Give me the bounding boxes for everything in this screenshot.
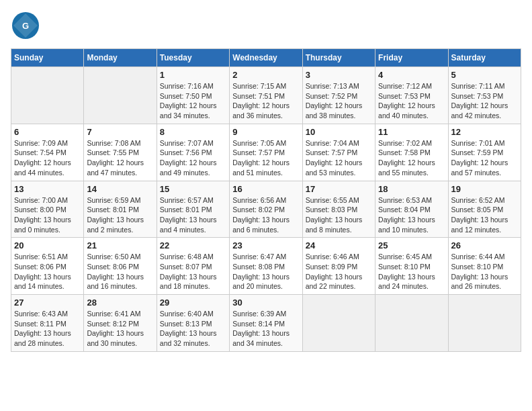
calendar-cell: 17Sunrise: 6:55 AM Sunset: 8:03 PM Dayli…	[302, 181, 375, 238]
calendar-cell: 10Sunrise: 7:04 AM Sunset: 7:57 PM Dayli…	[302, 124, 375, 181]
calendar-cell: 8Sunrise: 7:07 AM Sunset: 7:56 PM Daylig…	[157, 124, 229, 181]
day-number: 30	[232, 298, 299, 308]
svg-text:G: G	[22, 21, 29, 31]
calendar-cell: 2Sunrise: 7:15 AM Sunset: 7:51 PM Daylig…	[230, 67, 302, 124]
day-info: Sunrise: 6:59 AM Sunset: 8:01 PM Dayligh…	[87, 195, 153, 235]
day-number: 17	[306, 184, 372, 194]
calendar-cell: 3Sunrise: 7:13 AM Sunset: 7:52 PM Daylig…	[302, 67, 375, 124]
day-header-monday: Monday	[84, 49, 157, 67]
calendar-cell	[375, 295, 448, 352]
day-number: 13	[14, 184, 81, 194]
day-info: Sunrise: 7:07 AM Sunset: 7:56 PM Dayligh…	[160, 138, 226, 178]
day-number: 9	[232, 127, 299, 137]
day-info: Sunrise: 6:56 AM Sunset: 8:02 PM Dayligh…	[232, 195, 299, 235]
day-number: 1	[160, 70, 226, 80]
day-number: 29	[160, 298, 226, 308]
calendar-cell	[302, 295, 375, 352]
calendar-cell: 6Sunrise: 7:09 AM Sunset: 7:54 PM Daylig…	[11, 124, 84, 181]
day-info: Sunrise: 7:00 AM Sunset: 8:00 PM Dayligh…	[14, 195, 81, 235]
day-info: Sunrise: 6:44 AM Sunset: 8:10 PM Dayligh…	[451, 252, 518, 291]
day-info: Sunrise: 6:48 AM Sunset: 8:07 PM Dayligh…	[160, 252, 226, 291]
logo: G	[11, 11, 42, 40]
day-number: 27	[14, 298, 81, 308]
day-info: Sunrise: 6:53 AM Sunset: 8:04 PM Dayligh…	[378, 195, 445, 235]
day-header-sunday: Sunday	[11, 49, 84, 67]
calendar-week-row: 13Sunrise: 7:00 AM Sunset: 8:00 PM Dayli…	[11, 181, 521, 238]
day-info: Sunrise: 6:41 AM Sunset: 8:12 PM Dayligh…	[87, 309, 153, 349]
day-number: 20	[14, 240, 81, 250]
calendar-week-row: 1Sunrise: 7:16 AM Sunset: 7:50 PM Daylig…	[11, 67, 521, 124]
day-number: 4	[378, 70, 445, 80]
calendar-cell: 11Sunrise: 7:02 AM Sunset: 7:58 PM Dayli…	[375, 124, 448, 181]
day-info: Sunrise: 7:02 AM Sunset: 7:58 PM Dayligh…	[378, 138, 445, 178]
day-number: 15	[160, 184, 226, 194]
day-info: Sunrise: 6:47 AM Sunset: 8:08 PM Dayligh…	[232, 252, 299, 291]
calendar-table: SundayMondayTuesdayWednesdayThursdayFrid…	[11, 48, 521, 352]
day-number: 10	[306, 127, 372, 137]
calendar-cell: 5Sunrise: 7:11 AM Sunset: 7:53 PM Daylig…	[448, 67, 521, 124]
day-info: Sunrise: 6:39 AM Sunset: 8:14 PM Dayligh…	[232, 309, 299, 349]
page-header: G	[11, 11, 521, 40]
day-info: Sunrise: 6:55 AM Sunset: 8:03 PM Dayligh…	[306, 195, 372, 235]
day-info: Sunrise: 7:08 AM Sunset: 7:55 PM Dayligh…	[87, 138, 153, 178]
day-header-tuesday: Tuesday	[157, 49, 229, 67]
calendar-cell	[11, 67, 84, 124]
calendar-cell: 14Sunrise: 6:59 AM Sunset: 8:01 PM Dayli…	[84, 181, 157, 238]
calendar-cell: 30Sunrise: 6:39 AM Sunset: 8:14 PM Dayli…	[230, 295, 302, 352]
day-number: 19	[451, 184, 518, 194]
calendar-cell: 18Sunrise: 6:53 AM Sunset: 8:04 PM Dayli…	[375, 181, 448, 238]
calendar-cell: 9Sunrise: 7:05 AM Sunset: 7:57 PM Daylig…	[230, 124, 302, 181]
calendar-cell: 25Sunrise: 6:45 AM Sunset: 8:10 PM Dayli…	[375, 238, 448, 295]
day-number: 3	[306, 70, 372, 80]
calendar-cell: 19Sunrise: 6:52 AM Sunset: 8:05 PM Dayli…	[448, 181, 521, 238]
calendar-week-row: 6Sunrise: 7:09 AM Sunset: 7:54 PM Daylig…	[11, 124, 521, 181]
day-info: Sunrise: 6:45 AM Sunset: 8:10 PM Dayligh…	[378, 252, 445, 291]
day-info: Sunrise: 7:13 AM Sunset: 7:52 PM Dayligh…	[306, 81, 372, 121]
day-info: Sunrise: 7:04 AM Sunset: 7:57 PM Dayligh…	[306, 138, 372, 178]
day-info: Sunrise: 6:40 AM Sunset: 8:13 PM Dayligh…	[160, 309, 226, 349]
day-number: 23	[232, 240, 299, 250]
calendar-cell: 1Sunrise: 7:16 AM Sunset: 7:50 PM Daylig…	[157, 67, 229, 124]
calendar-header-row: SundayMondayTuesdayWednesdayThursdayFrid…	[11, 49, 521, 67]
calendar-cell	[84, 67, 157, 124]
calendar-cell: 24Sunrise: 6:46 AM Sunset: 8:09 PM Dayli…	[302, 238, 375, 295]
day-header-friday: Friday	[375, 49, 448, 67]
calendar-cell: 27Sunrise: 6:43 AM Sunset: 8:11 PM Dayli…	[11, 295, 84, 352]
calendar-cell: 12Sunrise: 7:01 AM Sunset: 7:59 PM Dayli…	[448, 124, 521, 181]
day-info: Sunrise: 6:51 AM Sunset: 8:06 PM Dayligh…	[14, 252, 81, 291]
day-header-saturday: Saturday	[448, 49, 521, 67]
day-number: 11	[378, 127, 445, 137]
day-info: Sunrise: 7:12 AM Sunset: 7:53 PM Dayligh…	[378, 81, 445, 121]
day-number: 25	[378, 240, 445, 250]
calendar-cell: 23Sunrise: 6:47 AM Sunset: 8:08 PM Dayli…	[230, 238, 302, 295]
day-number: 16	[232, 184, 299, 194]
calendar-cell: 4Sunrise: 7:12 AM Sunset: 7:53 PM Daylig…	[375, 67, 448, 124]
calendar-cell: 22Sunrise: 6:48 AM Sunset: 8:07 PM Dayli…	[157, 238, 229, 295]
day-info: Sunrise: 7:09 AM Sunset: 7:54 PM Dayligh…	[14, 138, 81, 178]
calendar-cell: 26Sunrise: 6:44 AM Sunset: 8:10 PM Dayli…	[448, 238, 521, 295]
day-number: 7	[87, 127, 153, 137]
day-number: 12	[451, 127, 518, 137]
day-info: Sunrise: 6:46 AM Sunset: 8:09 PM Dayligh…	[306, 252, 372, 291]
day-number: 28	[87, 298, 153, 308]
day-info: Sunrise: 6:43 AM Sunset: 8:11 PM Dayligh…	[14, 309, 81, 349]
day-number: 8	[160, 127, 226, 137]
day-info: Sunrise: 6:52 AM Sunset: 8:05 PM Dayligh…	[451, 195, 518, 235]
day-number: 5	[451, 70, 518, 80]
logo-icon: G	[11, 11, 40, 40]
day-number: 21	[87, 240, 153, 250]
calendar-cell: 29Sunrise: 6:40 AM Sunset: 8:13 PM Dayli…	[157, 295, 229, 352]
day-number: 14	[87, 184, 153, 194]
calendar-cell: 21Sunrise: 6:50 AM Sunset: 8:06 PM Dayli…	[84, 238, 157, 295]
day-number: 2	[232, 70, 299, 80]
day-info: Sunrise: 7:11 AM Sunset: 7:53 PM Dayligh…	[451, 81, 518, 121]
day-info: Sunrise: 6:50 AM Sunset: 8:06 PM Dayligh…	[87, 252, 153, 291]
day-number: 6	[14, 127, 81, 137]
day-header-wednesday: Wednesday	[230, 49, 302, 67]
calendar-week-row: 27Sunrise: 6:43 AM Sunset: 8:11 PM Dayli…	[11, 295, 521, 352]
calendar-cell: 7Sunrise: 7:08 AM Sunset: 7:55 PM Daylig…	[84, 124, 157, 181]
day-info: Sunrise: 7:01 AM Sunset: 7:59 PM Dayligh…	[451, 138, 518, 178]
calendar-cell: 20Sunrise: 6:51 AM Sunset: 8:06 PM Dayli…	[11, 238, 84, 295]
day-number: 18	[378, 184, 445, 194]
calendar-week-row: 20Sunrise: 6:51 AM Sunset: 8:06 PM Dayli…	[11, 238, 521, 295]
